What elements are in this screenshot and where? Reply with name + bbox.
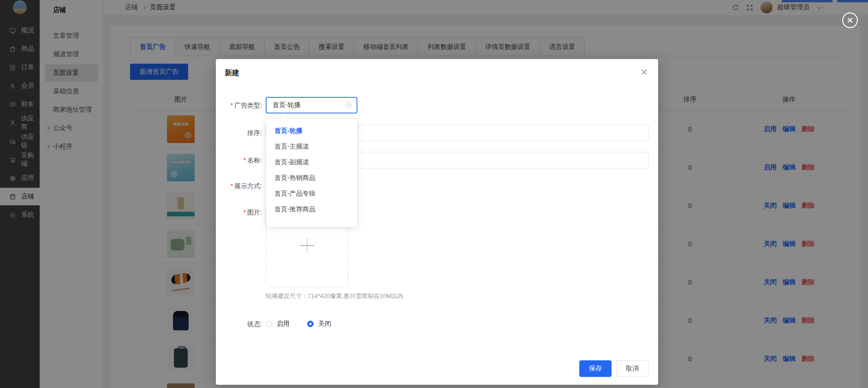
ad-type-label: *广告类型: <box>216 97 262 113</box>
cancel-button[interactable]: 取消 <box>616 360 648 377</box>
ad-type-selected-value: 首页-轮播 <box>273 101 345 109</box>
radio-enable[interactable] <box>266 321 272 327</box>
save-button[interactable]: 保存 <box>579 360 612 377</box>
form-row-ad-type: *广告类型: 首页-轮播 <box>216 97 658 113</box>
required-asterisk: * <box>244 156 246 164</box>
dropdown-option-sub-channel[interactable]: 首页-副频道 <box>266 154 357 170</box>
close-icon <box>847 17 853 24</box>
image-label: *图片: <box>216 204 262 221</box>
status-label: 状态: <box>216 316 262 332</box>
required-asterisk: * <box>231 101 233 109</box>
radio-close[interactable] <box>307 321 314 327</box>
sort-label: 排序: <box>216 125 262 141</box>
image-size-hint: 轮播建议尺寸：714*420像素,图片需限制在10M以内 <box>266 292 403 300</box>
required-asterisk: * <box>231 182 233 190</box>
modal-close-icon[interactable] <box>641 68 648 76</box>
modal-title: 新建 <box>225 68 239 78</box>
clear-circle-icon[interactable] <box>345 102 352 108</box>
dropdown-option-hot-goods[interactable]: 首页-热销商品 <box>266 170 357 185</box>
status-radio-group: 启用 关闭 <box>266 316 344 332</box>
display-mode-label: *展示方式: <box>216 178 262 194</box>
page-settings-screen: 概况 商品 订单 会员 财务 供应商 <box>0 0 868 388</box>
radio-enable-label[interactable]: 启用 <box>277 320 290 328</box>
required-asterisk: * <box>244 209 246 216</box>
dropdown-option-main-channel[interactable]: 首页-主频道 <box>266 138 357 154</box>
ad-type-select[interactable]: 首页-轮播 <box>266 97 357 113</box>
plus-icon <box>300 239 314 252</box>
ad-type-dropdown: 首页-轮播 首页-主频道 首页-副频道 首页-热销商品 首页-产品专辑 首页-推… <box>266 119 357 227</box>
dropdown-option-product-album[interactable]: 首页-产品专辑 <box>266 185 357 201</box>
dropdown-option-recommended-goods[interactable]: 首页-推荐商品 <box>266 201 357 217</box>
screen-close-button[interactable] <box>842 12 858 28</box>
dropdown-option-carousel[interactable]: 首页-轮播 <box>266 123 357 138</box>
name-label: *名称: <box>216 152 262 168</box>
radio-close-label[interactable]: 关闭 <box>318 320 331 328</box>
